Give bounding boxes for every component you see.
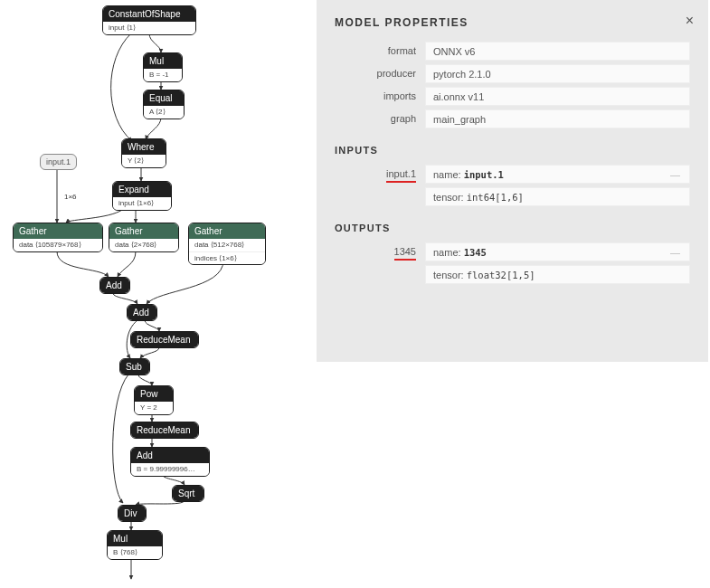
collapse-icon[interactable]: — [670, 169, 680, 180]
node-title: Gather [109, 223, 178, 239]
node-div[interactable]: Div [118, 505, 147, 522]
node-title: ReduceMean [131, 422, 198, 438]
prop-row-format: format ONNX v6 [335, 42, 690, 61]
input-value: name: input.1 — tensor: int64[1,6] [425, 165, 690, 206]
prop-row-imports: imports ai.onnx v11 [335, 87, 690, 106]
node-add-2[interactable]: Add [127, 304, 157, 321]
prop-value[interactable]: ai.onnx v11 [425, 87, 690, 106]
node-title: Gather [189, 223, 265, 239]
node-title: Sqrt [173, 486, 204, 501]
input-tensor: int64[1,6] [467, 192, 524, 203]
node-attr: input ⟨1⟩ [103, 22, 195, 34]
node-attr: input ⟨1×6⟩ [113, 197, 171, 210]
node-title: ConstantOfShape [103, 6, 195, 22]
prop-key: graph [335, 109, 425, 128]
node-title: Sub [120, 359, 149, 375]
prop-key: producer [335, 64, 425, 83]
prop-key: format [335, 42, 425, 61]
input-name-line[interactable]: name: input.1 — [425, 165, 690, 184]
node-constantofshape[interactable]: ConstantOfShape input ⟨1⟩ [102, 5, 196, 35]
node-attr: A ⟨2⟩ [144, 106, 184, 119]
node-title: Mul [108, 531, 162, 546]
node-attr: data ⟨105879×768⟩ [14, 239, 102, 251]
node-expand[interactable]: Expand input ⟨1×6⟩ [112, 181, 172, 211]
node-equal[interactable]: Equal A ⟨2⟩ [143, 90, 185, 119]
node-attr: B = 9.99999996… [131, 463, 209, 476]
output-name-line[interactable]: name: 1345 — [425, 242, 690, 261]
input-name: input.1 [464, 169, 504, 180]
edges-layer [0, 0, 308, 588]
node-attr: B ⟨768⟩ [108, 546, 162, 559]
node-title: Expand [113, 182, 171, 197]
output-name: 1345 [464, 247, 487, 258]
node-attr: Y ⟨2⟩ [122, 155, 166, 167]
node-attr: Y = 2 [135, 402, 173, 414]
input-tensor-line[interactable]: tensor: int64[1,6] [425, 187, 690, 206]
node-title: Equal [144, 90, 184, 106]
prop-value[interactable]: pytorch 2.1.0 [425, 64, 690, 83]
output-row: 1345 name: 1345 — tensor: float32[1,5] [335, 242, 690, 284]
node-where[interactable]: Where Y ⟨2⟩ [121, 138, 166, 168]
node-title: Gather [14, 223, 102, 239]
node-mul-1[interactable]: Mul B = -1 [143, 52, 183, 82]
node-title: Where [122, 139, 166, 155]
prop-key: imports [335, 87, 425, 106]
edge-label-1x6: 1×6 [62, 193, 79, 201]
input-pill-label: input.1 [46, 157, 71, 166]
panel-title: MODEL PROPERTIES [335, 16, 690, 29]
graph-canvas[interactable]: input.1 1×6 ConstantOfShape input ⟨1⟩ Mu… [0, 0, 308, 588]
node-title: Div [118, 506, 146, 521]
input-row: input.1 name: input.1 — tensor: int64[1,… [335, 165, 690, 206]
node-sub[interactable]: Sub [119, 358, 150, 375]
input-key: input.1 [335, 165, 425, 206]
node-mul-2[interactable]: Mul B ⟨768⟩ [107, 530, 163, 560]
close-icon[interactable]: × [686, 13, 694, 29]
node-add-1[interactable]: Add [99, 277, 130, 294]
node-title: Add [128, 305, 156, 320]
node-pow[interactable]: Pow Y = 2 [134, 385, 174, 415]
prop-row-producer: producer pytorch 2.1.0 [335, 64, 690, 83]
node-title: Mul [144, 53, 182, 69]
node-reducemean-2[interactable]: ReduceMean [130, 422, 199, 439]
output-tensor-line[interactable]: tensor: float32[1,5] [425, 265, 690, 284]
prop-value[interactable]: ONNX v6 [425, 42, 690, 61]
node-attr: data ⟨2×768⟩ [109, 239, 178, 251]
output-tensor: float32[1,5] [467, 270, 535, 280]
node-add-3[interactable]: Add B = 9.99999996… [130, 447, 210, 477]
node-title: Add [131, 448, 209, 463]
output-value: name: 1345 — tensor: float32[1,5] [425, 242, 690, 284]
prop-row-graph: graph main_graph [335, 109, 690, 128]
node-title: ReduceMean [131, 332, 198, 347]
node-attr2: indices ⟨1×6⟩ [189, 251, 265, 265]
outputs-heading: OUTPUTS [335, 223, 690, 233]
node-attr: data ⟨512×768⟩ [189, 239, 265, 251]
inputs-heading: INPUTS [335, 145, 690, 156]
node-gather-1[interactable]: Gather data ⟨105879×768⟩ [13, 223, 103, 252]
node-reducemean-1[interactable]: ReduceMean [130, 331, 199, 348]
node-gather-3[interactable]: Gather data ⟨512×768⟩ indices ⟨1×6⟩ [188, 223, 266, 265]
properties-panel: × MODEL PROPERTIES format ONNX v6 produc… [317, 0, 708, 362]
output-key: 1345 [335, 242, 425, 284]
node-sqrt[interactable]: Sqrt [172, 485, 204, 502]
collapse-icon[interactable]: — [670, 247, 680, 258]
node-title: Pow [135, 386, 173, 402]
node-gather-2[interactable]: Gather data ⟨2×768⟩ [109, 223, 179, 252]
node-attr: B = -1 [144, 69, 182, 81]
prop-value[interactable]: main_graph [425, 109, 690, 128]
input-pill-input1[interactable]: input.1 [40, 154, 77, 170]
node-title: Add [100, 278, 129, 293]
